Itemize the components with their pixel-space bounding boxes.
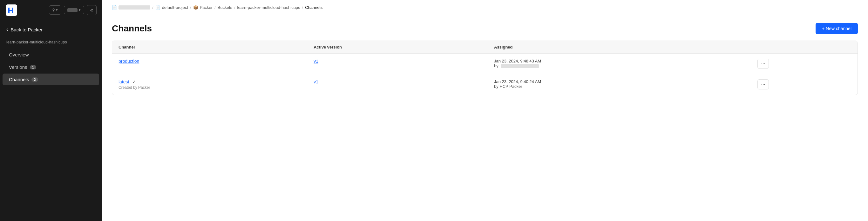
version-cell: v1 xyxy=(307,53,488,74)
version-link-latest[interactable]: v1 xyxy=(314,79,318,84)
breadcrumb-buckets-label: Buckets xyxy=(218,5,232,10)
back-label: Back to Packer xyxy=(10,27,42,32)
sidebar-item-label: Versions xyxy=(9,64,27,70)
assigned-date-latest: Jan 23, 2024, 9:40:24 AM xyxy=(494,79,745,84)
new-channel-button[interactable]: + New channel xyxy=(815,23,858,34)
sidebar-item-label: Channels xyxy=(9,77,29,82)
sidebar-nav: Overview Versions 1 Channels 2 xyxy=(0,48,102,86)
more-icon: ··· xyxy=(761,81,765,87)
col-actions xyxy=(751,41,858,53)
channels-table-container: Channel Active version Assigned producti… xyxy=(112,41,858,95)
channels-table: Channel Active version Assigned producti… xyxy=(112,41,858,95)
new-channel-label: + New channel xyxy=(822,26,851,31)
by-label: by xyxy=(494,64,498,68)
channel-sub-text-latest: Created by Packer xyxy=(119,85,301,90)
channel-cell: production xyxy=(112,53,307,74)
breadcrumb-channels-label: Channels xyxy=(305,5,322,10)
col-active-version: Active version xyxy=(307,41,488,53)
channel-cell: latest ✓ Created by Packer xyxy=(112,74,307,95)
collapse-icon: « xyxy=(90,7,93,13)
assigned-by-production: by xyxy=(494,64,745,68)
breadcrumb-project: 📄 default-project xyxy=(155,5,188,10)
org-label xyxy=(67,8,78,12)
question-icon: ? xyxy=(53,8,55,12)
assigned-by-blurred-production xyxy=(501,64,539,68)
sidebar-item-label: Overview xyxy=(9,52,29,58)
org-switcher-button[interactable]: ▾ xyxy=(64,6,84,14)
action-cell: ··· xyxy=(751,74,858,95)
more-menu-button-latest[interactable]: ··· xyxy=(757,79,769,89)
assigned-cell: Jan 23, 2024, 9:48:43 AM by xyxy=(488,53,751,74)
assigned-date-production: Jan 23, 2024, 9:48:43 AM xyxy=(494,59,745,64)
org-chevron-icon: ▾ xyxy=(79,8,81,12)
sidebar-header: ? ▾ ▾ « xyxy=(0,0,102,20)
packer-icon: 📦 xyxy=(193,5,198,10)
more-menu-button-production[interactable]: ··· xyxy=(757,59,769,69)
table-row: latest ✓ Created by Packer v1 Jan 23, 20… xyxy=(112,74,858,95)
breadcrumb-org: 📄 xyxy=(112,5,150,10)
breadcrumb-packer: 📦 Packer xyxy=(193,5,213,10)
breadcrumb: 📄 / 📄 default-project / 📦 Packer / Bucke… xyxy=(102,0,868,15)
breadcrumb-bucket-label: learn-packer-multicloud-hashicups xyxy=(237,5,300,10)
table-header: Channel Active version Assigned xyxy=(112,41,858,53)
sidebar-item-overview[interactable]: Overview xyxy=(3,49,99,61)
breadcrumb-channels: Channels xyxy=(305,5,322,10)
help-button[interactable]: ? ▾ xyxy=(49,5,61,14)
check-circle-icon: ✓ xyxy=(132,79,136,84)
channels-badge: 2 xyxy=(31,77,38,82)
sidebar: ? ▾ ▾ « ‹ Back to Packer learn-packer-mu… xyxy=(0,0,102,221)
more-icon: ··· xyxy=(761,61,765,67)
main-content: 📄 / 📄 default-project / 📦 Packer / Bucke… xyxy=(102,0,868,221)
org-blurred xyxy=(119,5,150,9)
versions-badge: 1 xyxy=(30,65,36,69)
project-icon: 📄 xyxy=(155,5,160,10)
bucket-name: learn-packer-multicloud-hashicups xyxy=(0,37,102,48)
sidebar-item-channels[interactable]: Channels 2 xyxy=(3,74,99,85)
logo xyxy=(5,4,18,16)
table-body: production v1 Jan 23, 2024, 9:48:43 AM b… xyxy=(112,53,858,95)
sidebar-item-versions[interactable]: Versions 1 xyxy=(3,61,99,73)
breadcrumb-bucket-name: learn-packer-multicloud-hashicups xyxy=(237,5,300,10)
help-chevron-icon: ▾ xyxy=(56,8,58,12)
channel-link-production[interactable]: production xyxy=(119,59,139,64)
col-channel: Channel xyxy=(112,41,307,53)
breadcrumb-project-label: default-project xyxy=(162,5,188,10)
content-header: Channels + New channel xyxy=(102,15,868,41)
header-controls: ? ▾ ▾ « xyxy=(49,5,97,15)
back-arrow-icon: ‹ xyxy=(6,27,8,32)
channel-link-latest[interactable]: latest xyxy=(119,79,129,84)
back-to-packer-link[interactable]: ‹ Back to Packer xyxy=(0,20,102,37)
collapse-sidebar-button[interactable]: « xyxy=(87,5,97,15)
action-cell: ··· xyxy=(751,53,858,74)
table-row: production v1 Jan 23, 2024, 9:48:43 AM b… xyxy=(112,53,858,74)
assigned-cell: Jan 23, 2024, 9:40:24 AM by HCP Packer xyxy=(488,74,751,95)
breadcrumb-packer-label: Packer xyxy=(200,5,213,10)
col-assigned: Assigned xyxy=(488,41,751,53)
breadcrumb-buckets: Buckets xyxy=(218,5,232,10)
page-title: Channels xyxy=(112,24,152,34)
assigned-by-latest: by HCP Packer xyxy=(494,84,745,89)
version-link-production[interactable]: v1 xyxy=(314,59,318,64)
file-icon: 📄 xyxy=(112,5,117,10)
version-cell: v1 xyxy=(307,74,488,95)
